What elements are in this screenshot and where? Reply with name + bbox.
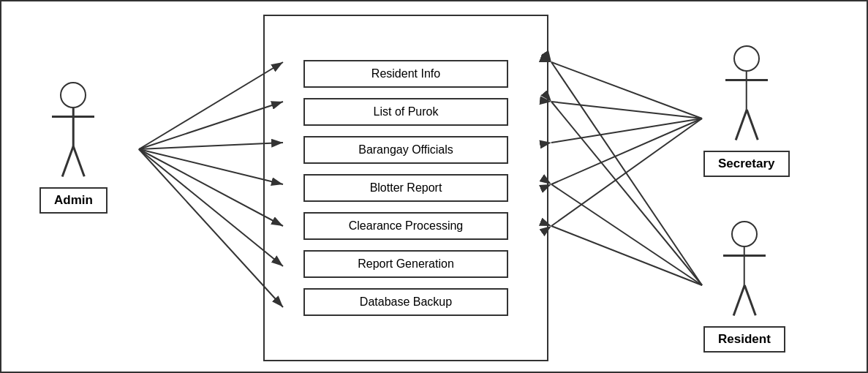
admin-arrow-2 bbox=[139, 143, 283, 149]
res-arrow-1 bbox=[551, 102, 702, 285]
admin-head bbox=[60, 82, 86, 108]
admin-arrow-3 bbox=[139, 149, 283, 184]
res-arrow-4 bbox=[551, 226, 702, 285]
use-case-barangay-officials: Barangay Officials bbox=[303, 136, 508, 164]
use-case-report-generation: Report Generation bbox=[303, 250, 508, 278]
admin-arrow-1 bbox=[139, 102, 283, 149]
sec-arrow-1 bbox=[551, 102, 702, 118]
use-case-blotter-report: Blotter Report bbox=[303, 174, 508, 202]
resident-label: Resident bbox=[703, 326, 785, 353]
use-case-clearance-processing: Clearance Processing bbox=[303, 212, 508, 240]
admin-arrow-4 bbox=[139, 149, 283, 226]
admin-arrow-6 bbox=[139, 149, 283, 307]
admin-actor: Admin bbox=[39, 82, 107, 214]
sec-arrow-2 bbox=[551, 118, 702, 143]
sec-arrow-0 bbox=[551, 62, 702, 118]
res-arrow-3 bbox=[551, 184, 702, 285]
admin-label: Admin bbox=[39, 187, 107, 214]
resident-head bbox=[731, 221, 758, 247]
resident-actor: Resident bbox=[703, 221, 785, 353]
admin-arrow-5 bbox=[139, 149, 283, 266]
admin-arrow-0 bbox=[139, 62, 283, 149]
diagram-container: Admin Secretary Resident Resident Info L… bbox=[0, 0, 868, 373]
use-case-panel: Resident Info List of Purok Barangay Off… bbox=[263, 15, 548, 361]
use-case-list-of-purok: List of Purok bbox=[303, 98, 508, 126]
secretary-label: Secretary bbox=[703, 151, 790, 177]
sec-arrow-4 bbox=[551, 118, 702, 226]
use-case-database-backup: Database Backup bbox=[303, 288, 508, 316]
use-case-resident-info: Resident Info bbox=[303, 60, 508, 88]
res-arrow-0 bbox=[551, 62, 702, 285]
sec-arrow-3 bbox=[551, 118, 702, 184]
secretary-actor: Secretary bbox=[703, 45, 790, 177]
secretary-head bbox=[733, 45, 760, 72]
